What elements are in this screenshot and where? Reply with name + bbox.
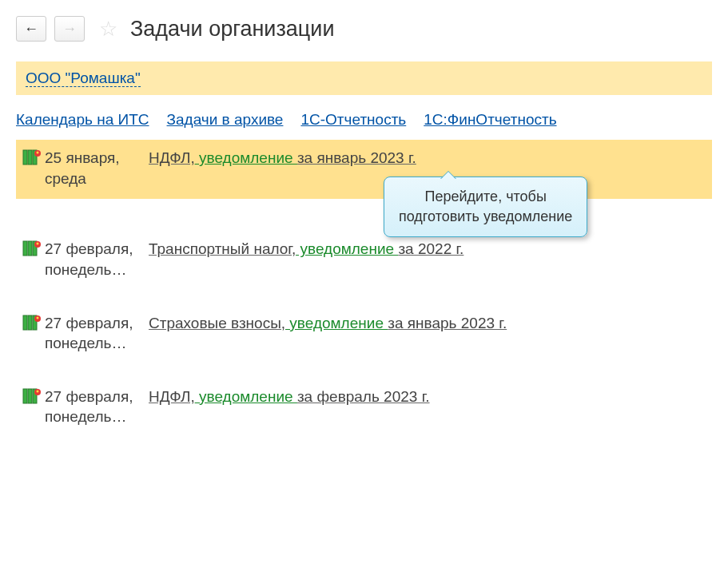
- top-links-row: Календарь на ИТС Задачи в архиве 1С-Отче…: [16, 105, 712, 140]
- task-action-link[interactable]: уведомление: [285, 315, 388, 331]
- fin-reporting-link[interactable]: 1С:ФинОтчетность: [424, 111, 556, 129]
- task-type-icon: [22, 148, 45, 171]
- task-list: 25 января, среда НДФЛ, уведомление за ян…: [16, 140, 712, 438]
- arrow-right-icon: →: [62, 21, 77, 38]
- svg-rect-6: [28, 241, 32, 256]
- calendar-its-link[interactable]: Календарь на ИТС: [16, 111, 149, 129]
- task-action-link[interactable]: уведомление: [195, 388, 297, 405]
- svg-rect-10: [23, 315, 27, 330]
- svg-point-19: [37, 390, 39, 392]
- task-title[interactable]: Страховые взносы, уведомление за январь …: [149, 313, 706, 335]
- task-suffix: за январь 2023 г.: [388, 315, 507, 331]
- task-date: 27 февраля, понедель…: [45, 239, 149, 280]
- task-prefix: Страховые взносы,: [149, 315, 285, 331]
- task-suffix: за февраль 2023 г.: [297, 388, 430, 405]
- svg-point-14: [37, 316, 39, 319]
- svg-point-9: [37, 243, 39, 245]
- tooltip-line2: подготовить уведомление: [399, 208, 572, 224]
- task-row[interactable]: 27 февраля, понедель… НДФЛ, уведомление …: [16, 379, 712, 438]
- task-row[interactable]: 27 февраля, понедель… Страховые взносы, …: [16, 305, 712, 364]
- task-prefix: Транспортный налог,: [149, 240, 296, 257]
- task-type-icon: [22, 313, 45, 336]
- forward-button[interactable]: →: [54, 16, 85, 42]
- task-row[interactable]: 27 февраля, понедель… Транспортный налог…: [16, 231, 712, 290]
- arrow-left-icon: ←: [24, 21, 38, 38]
- task-date: 25 января, среда: [45, 148, 149, 188]
- favorite-star-icon[interactable]: ☆: [99, 17, 117, 42]
- task-prefix: НДФЛ,: [149, 388, 195, 405]
- svg-rect-0: [23, 150, 27, 165]
- hint-tooltip: Перейдите, чтобы подготовить уведомление: [384, 176, 587, 237]
- task-title[interactable]: НДФЛ, уведомление за январь 2023 г.: [149, 148, 706, 169]
- svg-point-4: [37, 152, 39, 154]
- tooltip-line1: Перейдите, чтобы: [425, 188, 547, 204]
- task-type-icon: [22, 387, 45, 410]
- page-title: Задачи организации: [130, 17, 334, 42]
- task-title[interactable]: НДФЛ, уведомление за февраль 2023 г.: [149, 387, 706, 408]
- reporting-link[interactable]: 1С-Отчетность: [300, 111, 406, 129]
- task-action-link[interactable]: уведомление: [296, 240, 398, 257]
- task-title[interactable]: Транспортный налог, уведомление за 2022 …: [149, 239, 706, 260]
- svg-rect-16: [28, 389, 32, 403]
- back-button[interactable]: ←: [16, 16, 46, 42]
- task-suffix: за январь 2023 г.: [297, 149, 416, 166]
- svg-rect-15: [23, 389, 27, 403]
- task-row[interactable]: 25 января, среда НДФЛ, уведомление за ян…: [16, 140, 712, 199]
- svg-rect-1: [28, 150, 32, 165]
- organization-link[interactable]: ООО "Ромашка": [26, 69, 141, 87]
- task-suffix: за 2022 г.: [398, 240, 463, 257]
- organization-bar: ООО "Ромашка": [16, 61, 712, 95]
- task-type-icon: [22, 239, 45, 262]
- task-action-link[interactable]: уведомление: [195, 149, 297, 166]
- task-prefix: НДФЛ,: [149, 149, 195, 166]
- svg-rect-5: [23, 241, 27, 256]
- header: ← → ☆ Задачи организации: [16, 16, 712, 42]
- task-date: 27 февраля, понедель…: [45, 313, 149, 354]
- task-date: 27 февраля, понедель…: [45, 387, 149, 427]
- archived-tasks-link[interactable]: Задачи в архиве: [167, 111, 284, 129]
- svg-rect-11: [28, 315, 32, 330]
